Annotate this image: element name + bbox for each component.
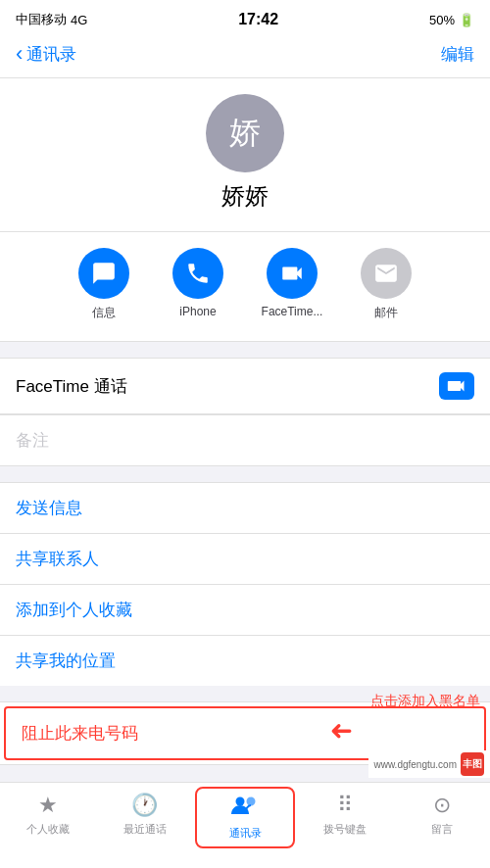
nav-bar: ‹ 通讯录 编辑 xyxy=(0,35,490,78)
network-label: 4G xyxy=(71,13,87,27)
share-contact-item[interactable]: 共享联系人 xyxy=(0,534,490,585)
status-bar: 中国移动 4G 17:42 50% 🔋 xyxy=(0,0,490,35)
edit-button[interactable]: 编辑 xyxy=(441,43,474,66)
tab-bar: ★ 个人收藏 🕐 最近通话 通讯录 ⠿ 拨号键盘 ⊙ 留言 xyxy=(0,782,490,868)
mail-label: 邮件 xyxy=(374,305,398,321)
tab-keypad[interactable]: ⠿ 拨号键盘 xyxy=(297,783,393,852)
carrier-label: 中国移动 xyxy=(16,11,67,28)
facetime-call-label: FaceTime 通话 xyxy=(16,375,127,398)
status-left: 中国移动 4G xyxy=(16,11,87,28)
favorites-label: 个人收藏 xyxy=(26,822,70,837)
contact-header: 娇 娇娇 xyxy=(0,78,490,232)
share-contact-label: 共享联系人 xyxy=(16,550,99,568)
action-mail[interactable]: 邮件 xyxy=(347,248,425,321)
contacts-label: 通讯录 xyxy=(229,826,262,841)
recents-label: 最近通话 xyxy=(123,822,167,837)
svg-point-0 xyxy=(236,797,245,806)
facetime-video-icon xyxy=(439,372,474,400)
watermark: www.dgfengtu.com 丰图 xyxy=(368,750,491,778)
watermark-logo-text: 丰图 xyxy=(463,757,482,771)
tab-contacts[interactable]: 通讯录 xyxy=(195,787,295,848)
keypad-label: 拨号键盘 xyxy=(323,822,367,837)
add-favorite-label: 添加到个人收藏 xyxy=(16,601,132,619)
back-arrow-icon: ‹ xyxy=(16,43,23,65)
phone-icon-circle xyxy=(172,248,223,299)
notes-section[interactable]: 备注 xyxy=(0,414,490,466)
status-right: 50% 🔋 xyxy=(429,13,474,27)
message-icon xyxy=(91,261,117,286)
svg-point-1 xyxy=(247,797,256,806)
tab-voicemail[interactable]: ⊙ 留言 xyxy=(394,783,490,852)
contact-name: 娇娇 xyxy=(221,180,269,212)
action-message[interactable]: 信息 xyxy=(65,248,143,321)
avatar: 娇 xyxy=(206,94,284,172)
video-camera-icon xyxy=(447,378,466,394)
facetime-section[interactable]: FaceTime 通话 xyxy=(0,358,490,414)
keypad-icon: ⠿ xyxy=(337,793,353,818)
tab-recents[interactable]: 🕐 最近通话 xyxy=(96,783,192,852)
facetime-label: FaceTime... xyxy=(262,305,323,318)
notes-placeholder: 备注 xyxy=(16,431,49,450)
favorites-icon: ★ xyxy=(38,793,58,818)
battery-label: 50% xyxy=(429,13,455,27)
contacts-svg-icon xyxy=(231,795,259,816)
annotation: 点击添加入黑名单 xyxy=(370,693,480,710)
back-label: 通讯录 xyxy=(26,43,76,66)
list-section: 发送信息 共享联系人 添加到个人收藏 共享我的位置 xyxy=(0,482,490,686)
back-button[interactable]: ‹ 通讯录 xyxy=(16,43,76,66)
action-buttons: 信息 iPhone FaceTime... 邮件 xyxy=(0,232,490,342)
mail-icon-circle xyxy=(361,248,412,299)
action-facetime[interactable]: FaceTime... xyxy=(253,248,331,321)
message-label: 信息 xyxy=(92,305,116,321)
phone-label: iPhone xyxy=(179,305,216,318)
voicemail-label: 留言 xyxy=(431,822,453,837)
watermark-logo: 丰图 xyxy=(461,752,484,776)
message-icon-circle xyxy=(78,248,129,299)
action-phone[interactable]: iPhone xyxy=(159,248,237,321)
time-label: 17:42 xyxy=(238,11,278,28)
send-message-item[interactable]: 发送信息 xyxy=(0,483,490,534)
block-number-label: 阻止此来电号码 xyxy=(22,724,138,743)
annotation-text: 点击添加入黑名单 xyxy=(370,693,480,710)
mail-icon xyxy=(373,261,399,286)
facetime-icon-circle xyxy=(267,248,318,299)
add-favorite-item[interactable]: 添加到个人收藏 xyxy=(0,585,490,636)
facetime-icon xyxy=(279,261,305,286)
recents-icon: 🕐 xyxy=(131,793,158,818)
avatar-char: 娇 xyxy=(229,112,261,155)
send-message-label: 发送信息 xyxy=(16,499,82,517)
watermark-url: www.dgfengtu.com xyxy=(374,759,458,770)
tab-favorites[interactable]: ★ 个人收藏 xyxy=(0,783,96,852)
annotation-arrow-icon: ➜ xyxy=(330,714,353,747)
voicemail-icon: ⊙ xyxy=(433,793,451,818)
contacts-icon xyxy=(231,795,259,822)
share-location-label: 共享我的位置 xyxy=(16,651,116,670)
share-location-item[interactable]: 共享我的位置 xyxy=(0,636,490,686)
phone-icon xyxy=(185,261,211,286)
battery-icon: 🔋 xyxy=(459,13,474,27)
